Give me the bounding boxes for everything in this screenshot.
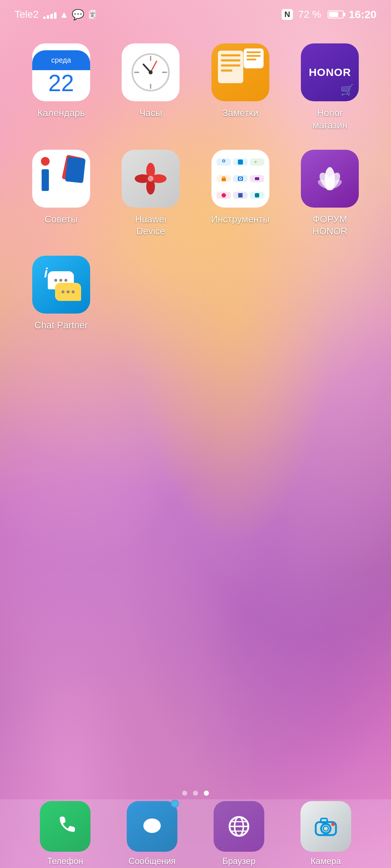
app-label-clock: Часы	[139, 107, 162, 119]
signal-bar-1	[43, 17, 46, 19]
notes-line-1	[221, 54, 240, 56]
svg-rect-22	[255, 177, 259, 180]
chat-i-letter: i	[44, 265, 48, 281]
tool-mini-4	[216, 175, 231, 182]
battery-fill	[329, 12, 338, 17]
clock-svg	[131, 52, 171, 92]
messages-notification-dot	[171, 800, 179, 808]
app-grid: среда 22 Календарь Часы	[0, 29, 391, 332]
notes-overlay	[244, 48, 264, 68]
svg-rect-15	[238, 159, 243, 165]
honor-shop-icon: HONOR 🛒	[301, 43, 359, 101]
notes-icon	[211, 43, 269, 101]
dock-label-messages: Сообщения	[129, 856, 176, 866]
bubble-dot-3	[64, 279, 67, 282]
cart-icon: 🛒	[340, 84, 354, 96]
signal-icon	[43, 10, 56, 19]
app-item-tools[interactable]: ÷ Инструменты	[201, 150, 280, 238]
svg-point-30	[143, 818, 161, 833]
app-item-huawei[interactable]: Huawei Device	[112, 150, 190, 238]
tips-page-blue	[65, 157, 85, 183]
dock-phone-icon	[40, 801, 91, 852]
time-display: 16:20	[349, 8, 377, 21]
forum-honor-icon	[301, 150, 359, 208]
dock-app-phone[interactable]: Телефон	[40, 801, 91, 866]
overlay-line-3	[247, 59, 256, 60]
app-label-chat-partner: Chat Partner	[34, 319, 88, 332]
calendar-date: 22	[48, 72, 74, 95]
camera-svg	[311, 812, 340, 841]
svg-rect-18	[223, 177, 225, 179]
dock-label-camera: Камера	[311, 856, 341, 866]
notes-doc	[218, 51, 243, 83]
app-label-tools: Инструменты	[211, 213, 270, 226]
tool-mini-7	[216, 192, 231, 199]
tools-icon: ÷	[211, 150, 269, 208]
signal-bar-4	[54, 12, 56, 19]
carrier-label: Tele2	[14, 9, 39, 20]
dock-browser-icon	[214, 801, 264, 852]
tips-inner	[32, 150, 90, 208]
calendar-header: среда	[32, 50, 90, 70]
browser-svg	[224, 812, 253, 841]
dock-app-messages[interactable]: Сообщения	[127, 801, 177, 866]
battery-body	[328, 10, 344, 18]
app-item-honor-shop[interactable]: HONOR 🛒 Honor магазин	[291, 43, 370, 132]
signal-bar-2	[47, 15, 49, 19]
status-icons: ▲ 💬 🃏	[43, 9, 97, 21]
svg-text:÷: ÷	[254, 159, 257, 165]
tool-mini-1	[216, 158, 231, 166]
dock-app-browser[interactable]: Браузер	[214, 801, 264, 866]
app-label-calendar: Календарь	[37, 107, 85, 119]
forum-flower-svg	[312, 161, 348, 197]
page-dot-1[interactable]	[182, 791, 187, 796]
app-label-honor-shop: Honor магазин	[299, 107, 361, 132]
battery-icon	[328, 10, 344, 18]
dock-app-camera[interactable]: Камера	[300, 801, 351, 866]
huawei-flower-svg	[133, 161, 169, 197]
app-item-clock[interactable]: Часы	[112, 43, 190, 132]
svg-point-39	[321, 824, 331, 833]
notes-line-2	[221, 59, 240, 61]
dock-camera-icon	[300, 801, 351, 852]
signal-bar-3	[50, 14, 53, 19]
dock-label-phone: Телефон	[47, 856, 83, 866]
app-item-notes[interactable]: Заметки	[201, 43, 280, 132]
overlay-line-1	[247, 51, 261, 53]
huawei-icon	[122, 150, 180, 208]
svg-point-21	[240, 178, 241, 179]
notes-line-4	[221, 69, 232, 72]
tips-i-dot	[41, 157, 50, 166]
tips-i-container	[41, 157, 50, 191]
bubble-dot-2	[59, 279, 62, 282]
wifi-icon: ▲	[59, 9, 69, 20]
svg-rect-24	[255, 193, 259, 197]
app-item-forum-honor[interactable]: ФОРУМ HONOR	[291, 150, 370, 238]
svg-point-14	[223, 160, 224, 162]
clock-icon	[122, 43, 180, 101]
status-bar: Tele2 ▲ 💬 🃏 N 72 % 16:20	[0, 0, 391, 29]
chat-bubbles-container: i	[41, 268, 81, 301]
yellow-dot-1	[62, 290, 64, 293]
overlay-line-2	[247, 55, 261, 57]
dock: Телефон Сообщения Браузер	[0, 799, 391, 868]
app-label-forum-honor: ФОРУМ HONOR	[299, 213, 361, 238]
svg-point-41	[331, 822, 335, 826]
messages-svg	[139, 814, 165, 839]
page-dot-3[interactable]	[204, 791, 209, 796]
sim-icon: 🃏	[87, 10, 97, 19]
status-left: Tele2 ▲ 💬 🃏	[14, 9, 97, 21]
tool-mini-9	[250, 192, 264, 199]
nfc-badge: N	[282, 9, 293, 20]
dock-label-browser: Браузер	[222, 856, 256, 866]
honor-brand-text: HONOR	[309, 66, 351, 78]
app-item-calendar[interactable]: среда 22 Календарь	[22, 43, 101, 132]
yellow-dot-2	[67, 290, 70, 293]
tool-mini-5	[233, 175, 248, 182]
app-item-chat-partner[interactable]: i Chat Partner	[22, 256, 101, 332]
dock-messages-icon	[127, 801, 177, 852]
app-item-tips[interactable]: Советы	[22, 150, 101, 238]
page-dot-2[interactable]	[193, 791, 198, 796]
tool-mini-2	[233, 158, 248, 166]
tips-i-stem	[42, 169, 49, 191]
